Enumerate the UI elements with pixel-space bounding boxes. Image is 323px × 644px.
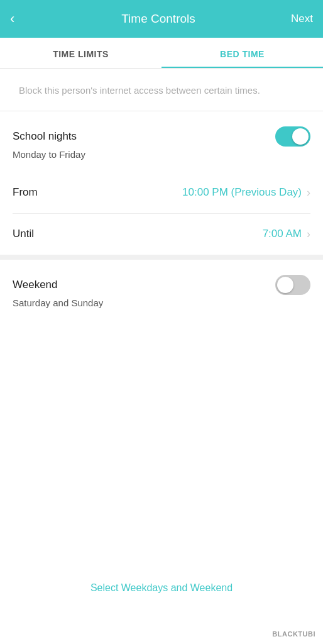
until-row[interactable]: Until 7:00 AM › xyxy=(13,214,310,255)
school-nights-toggle[interactable] xyxy=(275,126,310,147)
from-label: From xyxy=(13,186,38,199)
weekend-toggle[interactable] xyxy=(275,275,310,295)
next-button[interactable]: Next xyxy=(282,13,313,25)
description-text: Block this person's internet access betw… xyxy=(0,69,323,111)
school-nights-sublabel: Monday to Friday xyxy=(13,149,310,172)
school-nights-toggle-row: School nights xyxy=(13,111,310,149)
select-weekdays-link[interactable]: Select Weekdays and Weekend xyxy=(90,582,233,593)
from-row[interactable]: From 10:00 PM (Previous Day) › xyxy=(13,172,310,214)
until-chevron-icon: › xyxy=(307,228,310,241)
back-button[interactable]: ‹ xyxy=(10,11,35,27)
weekend-sublabel: Saturday and Sunday xyxy=(13,297,310,321)
until-value-container: 7:00 AM › xyxy=(263,228,310,241)
school-nights-toggle-knob xyxy=(292,128,309,145)
header-title: Time Controls xyxy=(35,12,282,26)
footer-area: Select Weekdays and Weekend xyxy=(0,570,323,606)
until-value: 7:00 AM xyxy=(263,228,302,240)
weekend-label: Weekend xyxy=(13,279,58,291)
weekend-toggle-row: Weekend xyxy=(13,260,310,297)
watermark: BLACKTUBI xyxy=(272,630,315,638)
until-label: Until xyxy=(13,228,34,240)
school-nights-section: School nights Monday to Friday From 10:0… xyxy=(0,111,323,255)
tabs-container: TIME LIMITS BED TIME xyxy=(0,38,323,69)
weekend-toggle-knob xyxy=(277,277,293,293)
header: ‹ Time Controls Next xyxy=(0,0,323,38)
weekend-section: Weekend Saturday and Sunday xyxy=(0,260,323,321)
from-chevron-icon: › xyxy=(307,186,310,199)
from-value-container: 10:00 PM (Previous Day) › xyxy=(182,186,310,199)
tab-bed-time[interactable]: BED TIME xyxy=(162,38,323,68)
school-nights-label: School nights xyxy=(13,130,77,143)
from-value: 10:00 PM (Previous Day) xyxy=(182,186,302,199)
tab-time-limits[interactable]: TIME LIMITS xyxy=(0,38,162,68)
section-divider xyxy=(0,255,323,260)
